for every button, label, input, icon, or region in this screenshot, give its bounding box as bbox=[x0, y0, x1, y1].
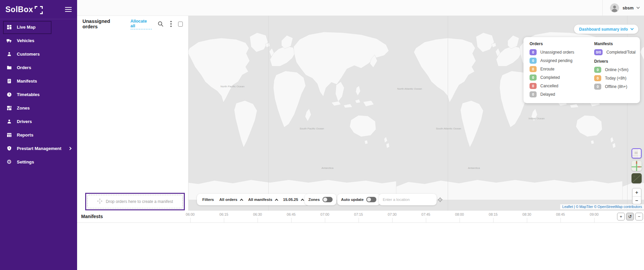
dashboard-icon bbox=[6, 24, 12, 30]
dashboard-summary-button[interactable]: Dashboard summary info bbox=[574, 25, 638, 34]
sidebar-item-prestart-management[interactable]: Prestart Management bbox=[0, 142, 77, 155]
map-label: North Atlantic Ocean bbox=[397, 87, 422, 90]
sidebar-item-zones[interactable]: Zones bbox=[0, 101, 77, 115]
timeline-zoom-out-button[interactable]: − bbox=[635, 213, 643, 220]
person-icon bbox=[6, 118, 12, 124]
time-tick: 08:15 bbox=[489, 212, 498, 216]
locate-icon bbox=[437, 197, 443, 203]
count-badge: 0 bbox=[594, 67, 601, 73]
chevron-down-icon bbox=[637, 6, 640, 9]
time-tick: 06:30 bbox=[253, 212, 262, 216]
tick-mark bbox=[493, 218, 494, 223]
folder-icon bbox=[6, 64, 12, 70]
summary-item: 0Assigned pending bbox=[530, 58, 585, 64]
count-badge: 0 bbox=[530, 66, 537, 72]
map-zoom-out-button[interactable]: − bbox=[633, 196, 641, 204]
hamburger-menu-icon[interactable] bbox=[65, 6, 72, 13]
sidebar-item-customers[interactable]: Customers bbox=[0, 47, 77, 61]
sidebar-item-orders[interactable]: Orders bbox=[0, 61, 77, 74]
tick-mark bbox=[594, 218, 595, 223]
panel-title: Unassigned orders bbox=[82, 19, 125, 29]
time-tick: 06:00 bbox=[186, 212, 195, 216]
location-search-pill bbox=[379, 194, 437, 205]
logo-brackets-icon bbox=[35, 6, 43, 14]
count-badge: 0 bbox=[530, 83, 537, 89]
dropzone-inner: Drop orders here to create a manifest bbox=[87, 195, 183, 208]
time-tick: 07:45 bbox=[421, 212, 430, 216]
location-input[interactable] bbox=[383, 198, 435, 202]
search-button[interactable] bbox=[158, 21, 164, 27]
basemap-satellite-thumbnail[interactable] bbox=[632, 173, 642, 183]
auto-update-toggle-label: Auto update bbox=[341, 198, 364, 202]
app-root: SolBox Live Map Vehicles Customers Order… bbox=[0, 0, 644, 270]
auto-update-pill: Auto update bbox=[337, 194, 380, 205]
timeline-title: Manifests bbox=[81, 214, 103, 219]
orders-panel-header: Unassigned orders Allocate all bbox=[77, 16, 188, 32]
allocate-all-button[interactable]: Allocate all bbox=[131, 19, 152, 29]
timeline-reset-button[interactable]: ↺ bbox=[626, 213, 634, 220]
move-icon bbox=[97, 198, 103, 205]
timeline-zoom-in-button[interactable]: + bbox=[617, 213, 625, 220]
sidebar-item-timetables[interactable]: Timetables bbox=[0, 88, 77, 101]
dropzone-text: Drop orders here to create a manifest bbox=[106, 199, 173, 204]
report-icon bbox=[6, 132, 12, 138]
filters-bar: Filters All orders All manifests 15.05.2… bbox=[197, 194, 309, 205]
filters-label: Filters bbox=[202, 198, 214, 202]
count-badge: 0/0 bbox=[594, 49, 603, 55]
time-tick: 07:00 bbox=[320, 212, 329, 216]
sidebar-nav: Live Map Vehicles Customers Orders Manif… bbox=[0, 19, 77, 169]
sidebar-item-vehicles[interactable]: Vehicles bbox=[0, 34, 77, 47]
map-label: Antarctica bbox=[321, 167, 334, 170]
manifests-section-header: Manifests bbox=[594, 41, 636, 46]
manifest-filter-dropdown[interactable]: All manifests bbox=[248, 198, 278, 202]
chevron-up-icon bbox=[275, 199, 278, 202]
tick-mark bbox=[258, 218, 258, 223]
time-tick: 09:00 bbox=[590, 212, 599, 216]
more-options-button[interactable] bbox=[170, 20, 172, 28]
logo[interactable]: SolBox bbox=[5, 5, 43, 13]
summary-item: 0Today (<8h) bbox=[594, 75, 636, 81]
zones-pill: Zones bbox=[305, 194, 336, 205]
sidebar-item-reports[interactable]: Reports bbox=[0, 128, 77, 142]
map-canvas[interactable]: North Pacific Ocean North Atlantic Ocean… bbox=[189, 16, 644, 211]
summary-item: 0Enroute bbox=[530, 66, 585, 72]
sidebar-item-manifests[interactable]: Manifests bbox=[0, 74, 77, 88]
tick-mark bbox=[527, 218, 527, 223]
manifest-dropzone[interactable]: Drop orders here to create a manifest bbox=[85, 193, 185, 210]
tick-mark bbox=[561, 218, 561, 223]
map-tile-seam bbox=[268, 16, 269, 211]
sidebar-item-live-map[interactable]: Live Map bbox=[0, 20, 77, 34]
list-icon bbox=[6, 78, 12, 84]
summary-item: 0Completed bbox=[530, 74, 585, 81]
tick-mark bbox=[291, 218, 292, 223]
tick-mark bbox=[460, 218, 460, 223]
chevron-down-icon bbox=[631, 27, 634, 30]
basemap-streets-thumbnail[interactable] bbox=[632, 148, 642, 158]
order-filter-dropdown[interactable]: All orders bbox=[219, 198, 243, 202]
clock-icon bbox=[6, 91, 12, 97]
auto-update-toggle[interactable] bbox=[366, 197, 376, 202]
map-label: South Pacific Ocean bbox=[300, 127, 324, 130]
sidebar-item-settings[interactable]: ⚙ Settings bbox=[0, 155, 77, 169]
chevron-up-icon bbox=[240, 199, 243, 202]
person-icon bbox=[6, 51, 12, 57]
summary-item: 0Online (<5m) bbox=[594, 67, 636, 73]
truck-icon bbox=[6, 37, 12, 43]
zones-toggle[interactable] bbox=[323, 197, 333, 202]
topbar-divider bbox=[602, 0, 603, 16]
sidebar: SolBox Live Map Vehicles Customers Order… bbox=[0, 0, 77, 270]
map-label: North Pacific Ocean bbox=[221, 85, 244, 88]
basemap-traffic-thumbnail[interactable] bbox=[632, 161, 642, 171]
date-filter-dropdown[interactable]: 15.05.25 bbox=[283, 198, 304, 202]
sidebar-item-drivers[interactable]: Drivers bbox=[0, 115, 77, 128]
tick-mark bbox=[190, 218, 191, 223]
user-menu[interactable]: sbsm bbox=[610, 0, 639, 16]
basemap-switcher bbox=[632, 148, 642, 186]
map-attribution[interactable]: Leaflet | © MapTiler © OpenStreetMap con… bbox=[560, 204, 644, 209]
select-all-checkbox[interactable] bbox=[178, 22, 183, 27]
time-tick: 06:15 bbox=[219, 212, 228, 216]
locate-button[interactable] bbox=[437, 197, 443, 203]
map-label: Indian Ocean bbox=[529, 117, 545, 120]
map-zoom-in-button[interactable]: + bbox=[633, 188, 641, 196]
zones-icon bbox=[6, 105, 12, 111]
